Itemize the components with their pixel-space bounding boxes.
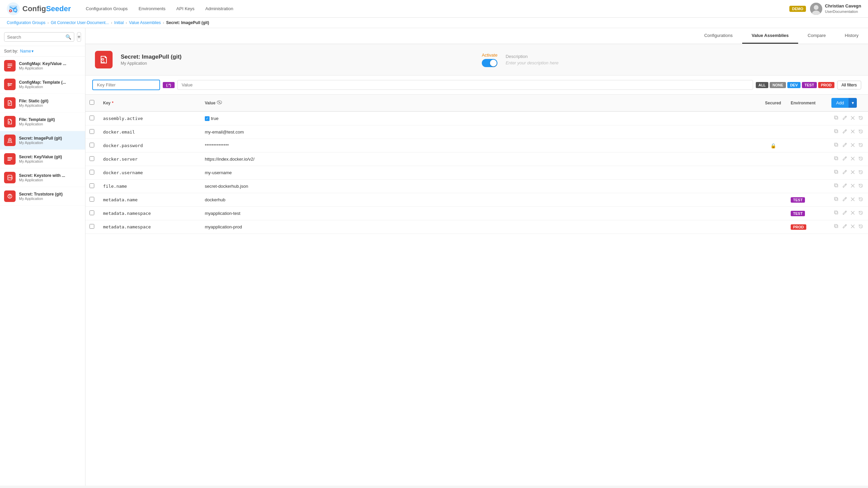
table-row: metadata.namedockerhubTEST bbox=[85, 193, 868, 207]
add-dropdown-button[interactable]: ▾ bbox=[849, 98, 857, 108]
delete-icon[interactable] bbox=[850, 223, 856, 230]
env-badge-all[interactable]: ALL bbox=[756, 82, 768, 88]
delete-icon[interactable] bbox=[850, 142, 856, 149]
tab-compare[interactable]: Compare bbox=[798, 28, 835, 44]
tab-configurations[interactable]: Configurations bbox=[695, 28, 742, 44]
copy-icon[interactable] bbox=[833, 196, 840, 203]
checked-value: ✓true bbox=[205, 116, 755, 121]
actions-column-header: Add ▾ bbox=[827, 95, 868, 111]
sidebar-item-configmap-template[interactable]: $ ConfigMap: Template (... My Applicatio… bbox=[0, 75, 85, 94]
sidebar-item-configmap-kv[interactable]: ConfigMap: Key/Value ... My Application … bbox=[0, 57, 85, 75]
row-checkbox[interactable] bbox=[90, 197, 94, 202]
sidebar-item-secret-imagepull[interactable]: Secret: ImagePull (git) My Application ⋯ bbox=[0, 131, 85, 150]
row-checkbox[interactable] bbox=[90, 156, 94, 161]
add-sidebar-button[interactable]: + bbox=[77, 32, 81, 42]
tab-history[interactable]: History bbox=[835, 28, 868, 44]
row-checkbox[interactable] bbox=[90, 129, 94, 134]
history-icon[interactable] bbox=[858, 196, 864, 203]
sidebar-item-file-template[interactable]: $ File: Template (git) My Application ⋯ bbox=[0, 113, 85, 131]
row-checkbox[interactable] bbox=[90, 170, 94, 175]
env-badge-dev[interactable]: DEV bbox=[787, 82, 801, 88]
sidebar-item-secret-truststore[interactable]: Secret: Truststore (git) My Application … bbox=[0, 187, 85, 206]
row-environment bbox=[787, 125, 827, 139]
copy-icon[interactable] bbox=[833, 210, 840, 217]
description-label: Description bbox=[506, 54, 859, 59]
copy-icon[interactable] bbox=[833, 169, 840, 176]
history-icon[interactable] bbox=[858, 223, 864, 230]
breadcrumb-git-connector[interactable]: Git Connector User-Document... bbox=[51, 20, 109, 25]
svg-rect-72 bbox=[834, 224, 837, 227]
value-filter-input[interactable] bbox=[177, 80, 753, 90]
delete-icon[interactable] bbox=[850, 210, 856, 217]
row-checkbox[interactable] bbox=[90, 224, 94, 229]
nav-administration[interactable]: Administration bbox=[201, 4, 237, 13]
item-text-file-template: File: Template (git) My Application bbox=[19, 117, 72, 126]
edit-icon[interactable] bbox=[842, 223, 848, 230]
history-icon[interactable] bbox=[858, 142, 864, 149]
edit-icon[interactable] bbox=[842, 128, 848, 136]
toggle-visibility-icon[interactable] bbox=[217, 100, 222, 105]
edit-icon[interactable] bbox=[842, 142, 848, 149]
row-checkbox[interactable] bbox=[90, 210, 94, 215]
edit-icon[interactable] bbox=[842, 210, 848, 217]
delete-icon[interactable] bbox=[850, 183, 856, 190]
svg-rect-56 bbox=[835, 184, 838, 187]
sidebar-item-secret-keyvalue[interactable]: Secret: Key/Value (git) My Application ⋯ bbox=[0, 150, 85, 168]
copy-icon[interactable] bbox=[833, 183, 840, 190]
copy-icon[interactable] bbox=[833, 115, 840, 122]
svg-rect-8 bbox=[7, 64, 12, 64]
add-main-button[interactable]: Add bbox=[831, 98, 849, 108]
history-icon[interactable] bbox=[858, 128, 864, 136]
delete-icon[interactable] bbox=[850, 115, 856, 122]
history-icon[interactable] bbox=[858, 156, 864, 163]
sidebar-item-secret-keystore[interactable]: PKC Secret: Keystore with ... My Applica… bbox=[0, 168, 85, 187]
user-details: Christian Cavegn UserDocumentation bbox=[825, 3, 861, 14]
row-checkbox[interactable] bbox=[90, 183, 94, 188]
copy-icon[interactable] bbox=[833, 128, 840, 136]
breadcrumb-initial[interactable]: Initial bbox=[114, 20, 124, 25]
delete-icon[interactable] bbox=[850, 196, 856, 203]
search-input[interactable] bbox=[7, 35, 64, 40]
select-all-checkbox[interactable] bbox=[90, 100, 94, 105]
regex-badge[interactable]: (.*) bbox=[163, 82, 175, 88]
edit-icon[interactable] bbox=[842, 196, 848, 203]
activate-toggle[interactable] bbox=[482, 59, 497, 67]
search-icon[interactable]: 🔍 bbox=[65, 34, 71, 40]
copy-icon[interactable] bbox=[833, 223, 840, 230]
row-key: docker.username bbox=[99, 166, 201, 180]
description-input[interactable]: Enter your description here bbox=[506, 60, 859, 65]
breadcrumb-value-assemblies[interactable]: Value Assemblies bbox=[129, 20, 161, 25]
row-actions bbox=[827, 125, 868, 139]
copy-icon[interactable] bbox=[833, 156, 840, 163]
row-key: docker.password bbox=[99, 139, 201, 152]
breadcrumb-config-groups[interactable]: Configuration Groups bbox=[7, 20, 45, 25]
row-checkbox[interactable] bbox=[90, 143, 94, 147]
copy-icon[interactable] bbox=[833, 142, 840, 149]
history-icon[interactable] bbox=[858, 115, 864, 122]
row-checkbox[interactable] bbox=[90, 116, 94, 120]
edit-icon[interactable] bbox=[842, 183, 848, 190]
demo-badge: DEMO bbox=[789, 6, 806, 12]
key-filter-input[interactable] bbox=[92, 80, 160, 90]
nav-configuration-groups[interactable]: Configuration Groups bbox=[82, 4, 132, 13]
history-icon[interactable] bbox=[858, 183, 864, 190]
env-badge-none[interactable]: NONE bbox=[770, 82, 786, 88]
nav-environments[interactable]: Environments bbox=[135, 4, 170, 13]
delete-icon[interactable] bbox=[850, 169, 856, 176]
edit-icon[interactable] bbox=[842, 115, 848, 122]
history-icon[interactable] bbox=[858, 169, 864, 176]
edit-icon[interactable] bbox=[842, 156, 848, 163]
tab-value-assemblies[interactable]: Value Assemblies bbox=[742, 28, 798, 44]
env-badge-test[interactable]: TEST bbox=[802, 82, 817, 88]
env-badge-prod[interactable]: PROD bbox=[818, 82, 834, 88]
edit-icon[interactable] bbox=[842, 169, 848, 176]
history-icon[interactable] bbox=[858, 210, 864, 217]
row-secured bbox=[760, 166, 787, 180]
all-filters-button[interactable]: All filters bbox=[837, 81, 861, 89]
sidebar-item-file-static[interactable]: File: Static (git) My Application ⋯ bbox=[0, 94, 85, 113]
nav-api-keys[interactable]: API Keys bbox=[172, 4, 198, 13]
sort-value[interactable]: Name ▾ bbox=[20, 49, 34, 54]
row-value: my-email@test.com bbox=[201, 125, 760, 139]
delete-icon[interactable] bbox=[850, 156, 856, 163]
delete-icon[interactable] bbox=[850, 128, 856, 136]
